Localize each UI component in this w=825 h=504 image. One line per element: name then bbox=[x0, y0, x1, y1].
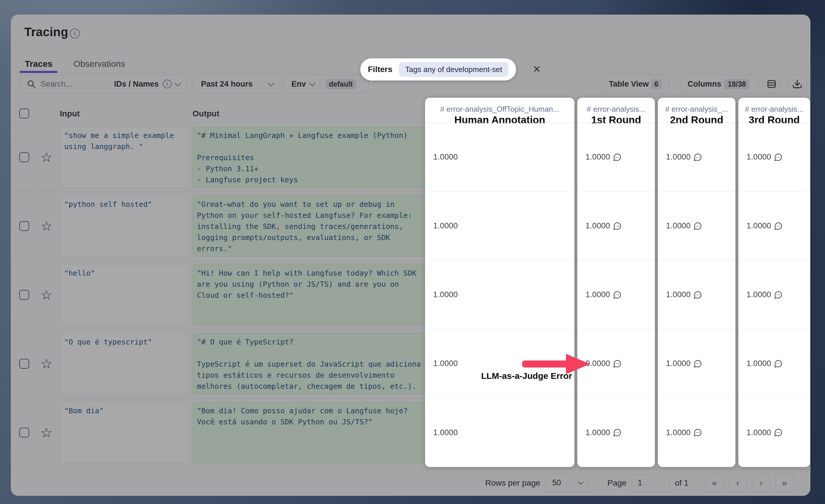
score-column-header[interactable]: # error-analysis... bbox=[577, 105, 655, 114]
score-value: 1.0000 bbox=[586, 153, 610, 162]
score-cell: 1.0000 bbox=[425, 260, 575, 329]
comment-icon[interactable] bbox=[693, 222, 702, 231]
comment-icon[interactable] bbox=[613, 359, 622, 368]
clear-filter-button[interactable]: ✕ bbox=[529, 62, 544, 76]
chevron-down-icon bbox=[578, 479, 583, 485]
columns-label: Columns bbox=[688, 80, 722, 89]
rows-per-page-select[interactable]: 50 bbox=[545, 474, 589, 492]
last-page-button[interactable]: » bbox=[775, 474, 794, 492]
output-cell[interactable]: "Bom dia! Como posso ajudar com o Langfu… bbox=[193, 402, 427, 464]
score-value: 1.0000 bbox=[747, 428, 771, 437]
score-value: 1.0000 bbox=[747, 290, 771, 299]
row-checkbox[interactable] bbox=[19, 221, 29, 231]
comment-icon[interactable] bbox=[774, 428, 783, 437]
search-icon bbox=[26, 79, 36, 89]
close-icon: ✕ bbox=[533, 63, 541, 75]
input-cell[interactable]: "O que é typescript" bbox=[60, 333, 189, 395]
input-cell[interactable]: "hello" bbox=[60, 264, 189, 326]
score-cell: 1.0000 bbox=[425, 123, 575, 192]
column-header-output[interactable]: Output bbox=[193, 109, 219, 118]
comment-icon[interactable] bbox=[693, 359, 702, 368]
score-value: 1.0000 bbox=[433, 290, 458, 299]
next-page-button[interactable]: › bbox=[752, 474, 770, 492]
comment-icon[interactable] bbox=[774, 222, 783, 231]
bookmark-star-icon[interactable]: ☆ bbox=[39, 425, 54, 440]
row-checkbox[interactable] bbox=[19, 428, 29, 437]
column-header-input[interactable]: Input bbox=[60, 109, 80, 118]
comment-icon[interactable] bbox=[613, 290, 622, 299]
filters-label: Filters bbox=[368, 65, 392, 74]
row-checkbox[interactable] bbox=[19, 359, 29, 369]
comment-icon[interactable] bbox=[693, 428, 702, 437]
divider bbox=[320, 79, 320, 89]
score-cell: 1.0000 bbox=[738, 260, 810, 329]
select-all-checkbox[interactable] bbox=[19, 108, 29, 118]
filter-chip-tags[interactable]: Tags any of development-set bbox=[399, 62, 509, 77]
row-checkbox[interactable] bbox=[19, 152, 29, 162]
bookmark-star-icon[interactable]: ☆ bbox=[39, 150, 54, 165]
env-label: Env bbox=[291, 80, 306, 89]
score-cell: 1.0000 bbox=[425, 398, 575, 467]
bookmark-star-icon[interactable]: ☆ bbox=[39, 356, 54, 371]
active-tab-underline bbox=[19, 71, 58, 73]
columns-count-badge: 18/38 bbox=[724, 79, 749, 89]
info-icon[interactable]: i bbox=[70, 28, 80, 38]
rows-per-page-value: 50 bbox=[552, 478, 561, 487]
score-value: 1.0000 bbox=[666, 221, 690, 231]
env-value-badge: default bbox=[325, 79, 356, 89]
score-cell: 1.0000 bbox=[738, 192, 810, 260]
export-button[interactable] bbox=[788, 75, 806, 93]
score-value: 1.0000 bbox=[666, 153, 690, 162]
comment-icon[interactable] bbox=[613, 153, 622, 162]
comment-icon[interactable] bbox=[774, 359, 783, 368]
filters-button[interactable]: Filters Tags any of development-set bbox=[360, 58, 516, 81]
tab-traces[interactable]: Traces bbox=[25, 59, 53, 69]
rows-per-page-label: Rows per page bbox=[485, 478, 540, 488]
page-number-input[interactable]: 1 bbox=[631, 474, 670, 492]
output-cell[interactable]: "# Minimal LangGraph + Langfuse example … bbox=[193, 126, 427, 188]
previous-page-button[interactable]: ‹ bbox=[729, 474, 747, 492]
row-checkbox[interactable] bbox=[19, 290, 29, 300]
info-icon: i bbox=[163, 80, 171, 88]
score-column-header[interactable]: # error-analysis_OffTopic_Human... bbox=[425, 105, 575, 114]
score-cell: 1.0000 bbox=[577, 260, 655, 329]
env-select[interactable]: Env default bbox=[284, 75, 369, 93]
output-cell[interactable]: "Hi! How can I help with Langfuse today?… bbox=[193, 264, 427, 326]
table-footer: Rows per page 50 Page 1 of 1 « ‹ › » bbox=[11, 470, 810, 496]
score-cell: 1.0000 bbox=[738, 398, 810, 467]
input-cell[interactable]: "Bom dia" bbox=[60, 402, 189, 464]
comment-icon[interactable] bbox=[774, 290, 783, 299]
comment-icon[interactable] bbox=[613, 428, 622, 437]
comment-icon[interactable] bbox=[693, 153, 702, 162]
tab-observations[interactable]: Observations bbox=[74, 59, 125, 69]
first-page-button[interactable]: « bbox=[705, 474, 724, 492]
score-value: 1.0000 bbox=[666, 290, 690, 299]
chevron-down-icon bbox=[309, 80, 315, 86]
time-range-select[interactable]: Past 24 hours bbox=[193, 75, 282, 93]
output-cell[interactable]: "# O que é TypeScript? TypeScript é um s… bbox=[193, 333, 427, 395]
comment-icon[interactable] bbox=[693, 290, 702, 299]
score-column-2nd-round: # error-analysis_... 2nd Round 1.0000 1.… bbox=[658, 98, 736, 467]
score-value: 1.0000 bbox=[586, 428, 610, 437]
score-cell: 1.0000 bbox=[658, 192, 736, 260]
bookmark-star-icon[interactable]: ☆ bbox=[39, 219, 54, 234]
row-height-button[interactable] bbox=[763, 75, 781, 93]
table-view-button[interactable]: Table View 6 bbox=[602, 75, 669, 93]
score-value: 1.0000 bbox=[666, 428, 690, 437]
input-cell[interactable]: "show me a simple example using langgrap… bbox=[60, 126, 189, 188]
time-range-value: Past 24 hours bbox=[201, 80, 253, 89]
comment-icon[interactable] bbox=[613, 222, 622, 231]
score-cell: 1.0000 bbox=[738, 123, 810, 192]
score-cell: 1.0000 bbox=[738, 329, 810, 398]
columns-button[interactable]: Columns 18/38 bbox=[680, 75, 757, 93]
bookmark-star-icon[interactable]: ☆ bbox=[39, 287, 54, 303]
search-control[interactable]: Search... IDs / Names i bbox=[20, 75, 187, 93]
input-cell[interactable]: "python self hosted" bbox=[60, 195, 189, 257]
score-value: 1.0000 bbox=[433, 359, 458, 368]
output-cell[interactable]: "Great—what do you want to set up or deb… bbox=[193, 195, 427, 257]
score-column-header[interactable]: # error-analysis_... bbox=[658, 105, 736, 114]
score-cell: 1.0000 bbox=[658, 123, 736, 192]
comment-icon[interactable] bbox=[774, 153, 783, 162]
search-input[interactable]: Search... bbox=[41, 80, 72, 89]
score-column-header[interactable]: # error-analysis... bbox=[738, 105, 810, 114]
